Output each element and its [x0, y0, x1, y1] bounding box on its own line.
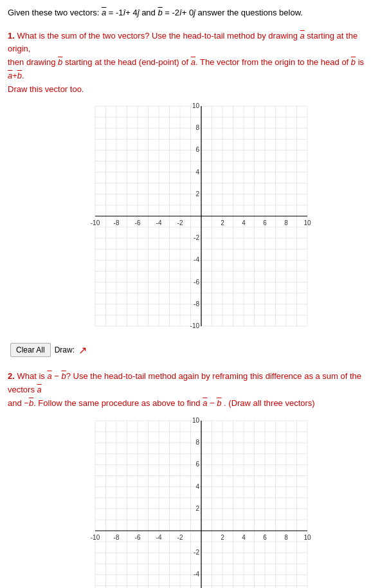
graph2-container: [76, 416, 314, 588]
graph2-canvas[interactable]: [76, 416, 314, 588]
question1-section: 1. What is the sum of the two vectors? U…: [8, 30, 381, 358]
draw-icon-1[interactable]: ↗: [78, 344, 87, 356]
intro-text: Given these two vectors: a = -1î+ 4ĵ and…: [8, 6, 381, 19]
question2-text: 2. What is a − b? Use the head-to-tail m…: [8, 370, 381, 410]
clear-all-button-1[interactable]: Clear All: [10, 343, 51, 357]
question1-text: 1. What is the sum of the two vectors? U…: [8, 30, 381, 96]
draw-label-1: Draw:: [55, 345, 75, 354]
controls1: Clear All Draw: ↗: [8, 343, 381, 357]
question2-section: 2. What is a − b? Use the head-to-tail m…: [8, 370, 381, 588]
graph1-container: [76, 101, 314, 339]
graph1-canvas[interactable]: [76, 101, 314, 339]
